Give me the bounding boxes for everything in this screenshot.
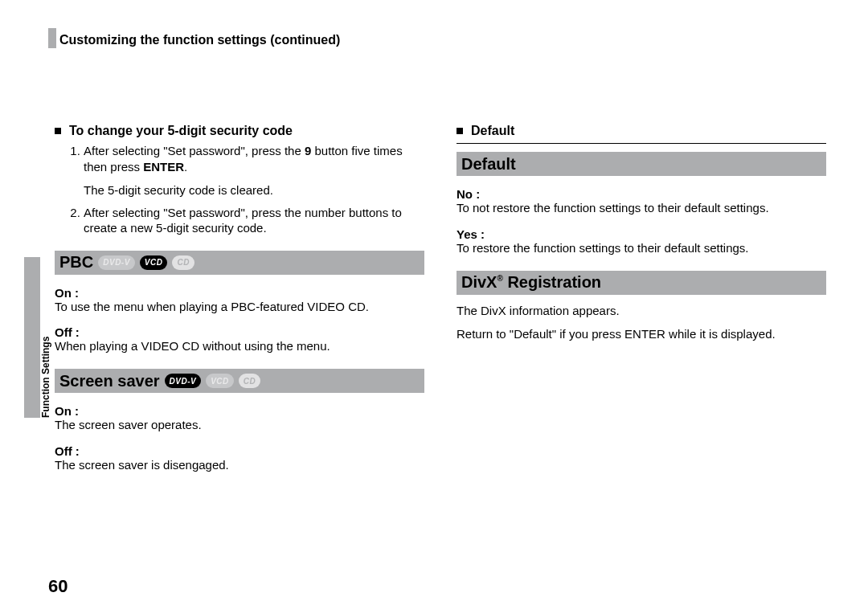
screensaver-pill-dvdv: DVD-V	[165, 374, 202, 388]
registered-icon: ®	[497, 274, 502, 283]
step-1: After selecting "Set password", press th…	[84, 143, 424, 198]
divx-section-bar: DivX® Registration	[457, 271, 826, 295]
screensaver-title: Screen saver	[59, 372, 160, 390]
screensaver-pill-cd: CD	[239, 374, 260, 388]
page-header-title: Customizing the function settings (conti…	[59, 28, 340, 47]
side-thumb-tab	[24, 257, 40, 418]
screensaver-off-text: The screen saver is disengaged.	[55, 458, 424, 473]
screensaver-on-label: On :	[55, 404, 424, 418]
bullet-square-icon	[457, 128, 463, 134]
divx-paragraph-2: Return to "Default" if you press ENTER w…	[457, 326, 826, 342]
divx-paragraph-1: The DivX information appears.	[457, 303, 826, 319]
header-marker-box	[48, 28, 56, 48]
divx-title-post: Registration	[503, 273, 601, 291]
step-1-result: The 5-digit security code is cleared.	[84, 182, 424, 198]
pbc-pill-dvdv: DVD-V	[98, 255, 135, 270]
screensaver-off-label: Off :	[55, 444, 424, 458]
page-header: Customizing the function settings (conti…	[48, 0, 868, 48]
default-mini-heading: Default	[457, 124, 826, 138]
side-section-label: Function Settings	[40, 337, 51, 418]
screensaver-pill-vcd: VCD	[206, 374, 234, 388]
divx-title-pre: DivX	[461, 273, 497, 291]
manual-page: Customizing the function settings (conti…	[0, 0, 868, 613]
step-1-enter: ENTER	[143, 160, 184, 174]
step-1-pre: After selecting "Set password", press th…	[84, 144, 305, 157]
default-no-text: To not restore the function settings to …	[457, 201, 826, 216]
security-steps: After selecting "Set password", press th…	[55, 143, 424, 236]
screensaver-on-text: The screen saver operates.	[55, 418, 424, 433]
default-mini-heading-text: Default	[471, 124, 514, 138]
default-yes-label: Yes :	[457, 227, 826, 241]
step-1-tail: .	[184, 160, 187, 174]
default-no-label: No :	[457, 187, 826, 201]
pbc-on-label: On :	[55, 286, 424, 300]
pbc-on-text: To use the menu when playing a PBC-featu…	[55, 300, 424, 315]
screensaver-section-bar: Screen saver DVD-V VCD CD	[55, 369, 424, 393]
pbc-title: PBC	[59, 253, 93, 272]
page-number: 60	[48, 576, 68, 597]
pbc-pill-vcd: VCD	[140, 255, 168, 270]
pbc-off-label: Off :	[55, 325, 424, 339]
security-code-heading-text: To change your 5-digit security code	[69, 124, 293, 138]
bullet-square-icon	[55, 128, 61, 134]
pbc-pill-cd: CD	[172, 255, 194, 270]
divx-title: DivX® Registration	[461, 273, 601, 292]
default-yes-text: To restore the function settings to thei…	[457, 241, 826, 256]
divider	[457, 143, 826, 144]
default-section-bar: Default	[457, 152, 826, 176]
pbc-section-bar: PBC DVD-V VCD CD	[55, 251, 424, 275]
security-code-heading: To change your 5-digit security code	[55, 124, 424, 138]
content-columns: To change your 5-digit security code Aft…	[55, 121, 826, 473]
left-column: To change your 5-digit security code Aft…	[55, 121, 424, 473]
default-bar-title: Default	[461, 155, 516, 174]
pbc-off-text: When playing a VIDEO CD without using th…	[55, 339, 424, 354]
step-2: After selecting "Set password", press th…	[84, 205, 424, 236]
right-column: Default Default No : To not restore the …	[457, 121, 826, 473]
